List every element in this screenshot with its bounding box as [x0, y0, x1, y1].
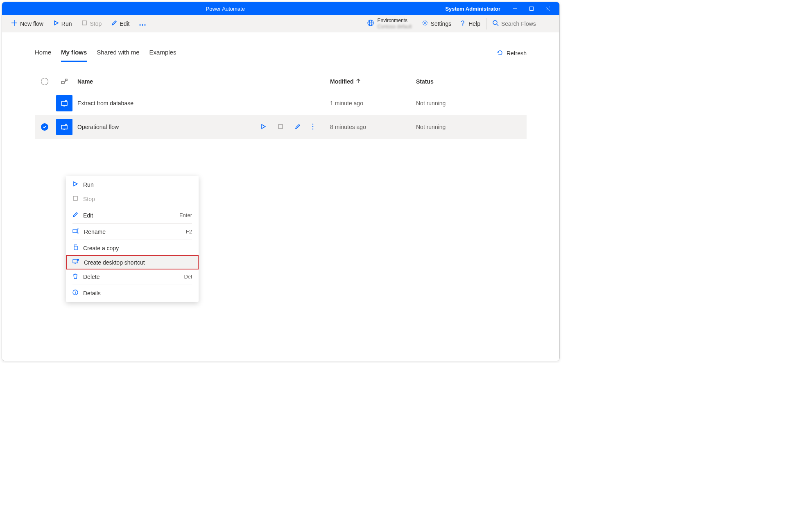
- row-actions: [260, 123, 314, 131]
- plus-icon: [11, 20, 18, 27]
- ctx-rename[interactable]: Rename F2: [66, 224, 199, 239]
- stop-button: Stop: [77, 18, 106, 29]
- minimize-button[interactable]: [507, 2, 523, 15]
- svg-rect-30: [278, 125, 283, 129]
- row-run-icon[interactable]: [260, 124, 266, 131]
- search-flows[interactable]: [488, 17, 554, 30]
- row-more-icon[interactable]: [312, 123, 314, 131]
- current-user: System Administrator: [445, 6, 500, 12]
- divider: [72, 240, 192, 240]
- context-menu: Run Stop Edit Enter Rename F2 Create a: [66, 176, 199, 302]
- new-flow-label: New flow: [20, 20, 43, 27]
- divider: [72, 285, 192, 285]
- svg-rect-35: [73, 196, 77, 200]
- close-button[interactable]: [540, 2, 556, 15]
- flows-table: Name Modified Status Extract from databa…: [35, 72, 527, 139]
- help-label: Help: [468, 20, 480, 27]
- check-circle-icon: [41, 123, 48, 131]
- settings-button[interactable]: Settings: [418, 17, 456, 30]
- ctx-delete[interactable]: Delete Del: [66, 269, 199, 284]
- ctx-run[interactable]: Run: [66, 177, 199, 192]
- command-bar: New flow Run Stop Edit Environme: [2, 15, 559, 32]
- header-status[interactable]: Status: [416, 78, 527, 85]
- pencil-icon: [111, 20, 117, 27]
- help-icon: [459, 20, 466, 27]
- run-button[interactable]: Run: [49, 18, 76, 29]
- flow-type-icon: [54, 95, 74, 111]
- svg-rect-21: [61, 102, 67, 105]
- refresh-label: Refresh: [507, 50, 527, 57]
- ctx-create-shortcut[interactable]: Create desktop shortcut: [66, 255, 199, 269]
- header-modified[interactable]: Modified: [330, 78, 416, 85]
- trash-icon: [72, 273, 78, 280]
- tab-home[interactable]: Home: [35, 45, 51, 62]
- divider: [72, 207, 192, 207]
- stop-icon: [72, 195, 78, 202]
- pencil-icon: [72, 212, 78, 219]
- row-select[interactable]: [35, 123, 54, 131]
- app-title: Power Automate: [5, 6, 445, 12]
- svg-point-9: [142, 24, 143, 25]
- svg-point-50: [75, 291, 75, 291]
- flow-status: Not running: [416, 100, 527, 106]
- shortcut: Enter: [179, 212, 192, 218]
- stop-icon: [81, 20, 87, 27]
- tab-examples[interactable]: Examples: [149, 45, 176, 62]
- divider: [72, 223, 192, 224]
- desktop-shortcut-icon: [72, 259, 79, 266]
- ctx-details[interactable]: Details: [66, 286, 199, 300]
- rename-icon: [72, 228, 79, 235]
- svg-rect-25: [61, 125, 67, 129]
- tab-shared[interactable]: Shared with me: [97, 45, 139, 62]
- app-window: Power Automate System Administrator New …: [2, 2, 560, 361]
- search-input[interactable]: [501, 20, 550, 27]
- stop-label: Stop: [90, 20, 102, 27]
- help-button[interactable]: Help: [455, 17, 484, 30]
- svg-rect-36: [73, 230, 77, 233]
- ctx-copy[interactable]: Create a copy: [66, 241, 199, 255]
- refresh-icon: [497, 50, 503, 57]
- svg-rect-40: [74, 246, 77, 250]
- content-area: Home My flows Shared with me Examples Re…: [2, 32, 559, 361]
- header-name[interactable]: Name: [74, 78, 330, 85]
- row-edit-icon[interactable]: [295, 124, 301, 131]
- svg-marker-6: [54, 21, 58, 25]
- svg-rect-18: [61, 82, 64, 84]
- globe-icon: [367, 19, 374, 28]
- ctx-edit[interactable]: Edit Enter: [66, 208, 199, 222]
- edit-button[interactable]: Edit: [107, 18, 133, 29]
- copy-icon: [72, 245, 78, 251]
- play-icon: [53, 20, 59, 27]
- table-row[interactable]: Operational flow 8 minutes ago Not runni…: [35, 115, 527, 139]
- shortcut: Del: [184, 274, 192, 280]
- refresh-button[interactable]: Refresh: [497, 50, 527, 57]
- new-flow-button[interactable]: New flow: [7, 17, 47, 30]
- play-icon: [72, 181, 78, 188]
- more-button[interactable]: [135, 18, 150, 29]
- flow-modified: 1 minute ago: [330, 100, 416, 106]
- env-value: Contoso default: [378, 24, 412, 29]
- flow-name: Operational flow: [74, 123, 330, 131]
- tab-my-flows[interactable]: My flows: [61, 45, 87, 62]
- svg-rect-7: [82, 21, 86, 25]
- maximize-button[interactable]: [523, 2, 540, 15]
- environment-picker[interactable]: Environments Contoso default: [361, 18, 418, 29]
- svg-point-33: [312, 128, 314, 129]
- titlebar: Power Automate System Administrator: [2, 2, 559, 15]
- svg-point-31: [312, 123, 314, 125]
- row-stop-icon[interactable]: [278, 124, 283, 131]
- table-row[interactable]: Extract from database 1 minute ago Not r…: [35, 91, 527, 115]
- svg-marker-29: [262, 125, 265, 129]
- svg-point-10: [145, 24, 146, 25]
- svg-point-14: [424, 22, 426, 24]
- flow-status: Not running: [416, 124, 527, 130]
- svg-point-32: [312, 126, 314, 127]
- select-all[interactable]: [35, 78, 54, 85]
- svg-point-8: [140, 24, 141, 25]
- table-header: Name Modified Status: [35, 72, 527, 91]
- svg-rect-1: [530, 7, 534, 11]
- gear-icon: [422, 20, 428, 27]
- svg-point-16: [493, 20, 497, 25]
- view-tabs: Home My flows Shared with me Examples Re…: [35, 45, 527, 62]
- svg-point-15: [463, 25, 463, 25]
